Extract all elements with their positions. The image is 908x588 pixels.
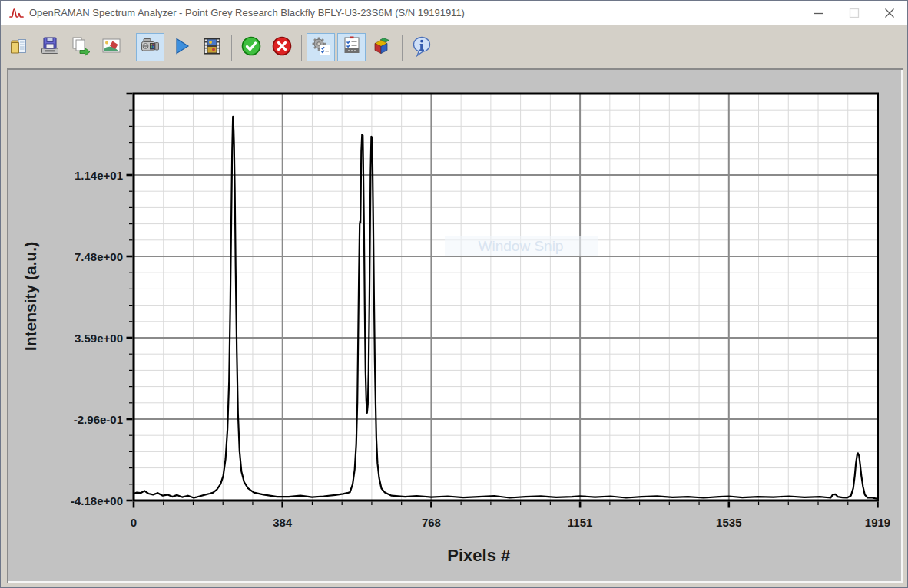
color-blocks-icon bbox=[372, 35, 393, 59]
save-button[interactable] bbox=[35, 33, 64, 61]
chart-panel: Window Snip0384768115115351919-4.18e+00-… bbox=[7, 68, 903, 583]
svg-text:-2.96e-01: -2.96e-01 bbox=[74, 413, 123, 426]
video-button[interactable] bbox=[197, 33, 226, 61]
info-balloon-icon bbox=[411, 35, 432, 59]
cancel-button[interactable] bbox=[267, 33, 296, 61]
open-button[interactable] bbox=[5, 33, 33, 61]
toolbar-separator bbox=[131, 35, 131, 61]
svg-text:384: 384 bbox=[273, 516, 293, 529]
close-button[interactable] bbox=[872, 1, 907, 25]
toolbar-separator bbox=[231, 35, 232, 61]
watermark: Window Snip bbox=[445, 236, 598, 256]
export-button[interactable] bbox=[66, 33, 94, 61]
gear-checklist-icon bbox=[310, 35, 332, 59]
window-controls bbox=[801, 1, 907, 25]
checklist-icon bbox=[341, 35, 363, 59]
spectrum-graph[interactable]: Window Snip0384768115115351919-4.18e+00-… bbox=[7, 68, 903, 583]
plot-area[interactable] bbox=[134, 94, 878, 500]
export-pages-icon bbox=[70, 35, 91, 59]
svg-text:1151: 1151 bbox=[568, 516, 593, 529]
toolbar-separator bbox=[301, 35, 302, 61]
info-button[interactable] bbox=[407, 33, 436, 61]
toolbar bbox=[1, 26, 907, 68]
camera-icon bbox=[140, 35, 161, 59]
processing-settings-button[interactable] bbox=[337, 33, 366, 61]
minimize-button[interactable] bbox=[801, 1, 837, 25]
titlebar: OpenRAMAN Spectrum Analyzer - Point Grey… bbox=[1, 1, 907, 25]
x-axis-label: Pixels # bbox=[447, 546, 510, 565]
svg-text:1919: 1919 bbox=[865, 516, 890, 529]
green-check-icon bbox=[240, 35, 262, 59]
play-button[interactable] bbox=[167, 33, 195, 61]
svg-text:1535: 1535 bbox=[716, 516, 741, 529]
maximize-button[interactable] bbox=[837, 1, 872, 25]
y-tick-labels: -4.18e+00-2.96e-013.59e+007.48e+001.14e+… bbox=[71, 169, 123, 507]
svg-text:-4.18e+00: -4.18e+00 bbox=[71, 494, 123, 507]
toolbar-separator bbox=[402, 35, 403, 61]
window-title: OpenRAMAN Spectrum Analyzer - Point Grey… bbox=[29, 7, 801, 18]
svg-text:7.48e+00: 7.48e+00 bbox=[75, 250, 123, 263]
play-icon bbox=[171, 35, 192, 59]
components-button[interactable] bbox=[368, 33, 396, 61]
acquisition-settings-button[interactable] bbox=[307, 33, 335, 61]
svg-text:0: 0 bbox=[131, 516, 137, 529]
save-image-button[interactable] bbox=[97, 33, 125, 61]
image-icon bbox=[101, 35, 122, 59]
svg-text:Window Snip: Window Snip bbox=[479, 238, 564, 254]
open-folder-icon bbox=[8, 35, 30, 59]
accept-button[interactable] bbox=[237, 33, 265, 61]
y-axis-label: Intensity (a.u.) bbox=[22, 242, 39, 351]
red-spectrum-trace-icon bbox=[8, 5, 24, 21]
x-tick-labels: 0384768115115351919 bbox=[131, 516, 890, 529]
camera-button[interactable] bbox=[136, 33, 164, 61]
svg-text:1.14e+01: 1.14e+01 bbox=[75, 169, 123, 182]
svg-text:768: 768 bbox=[422, 516, 441, 529]
openraman-window: { "window": { "title": "OpenRAMAN Spectr… bbox=[0, 0, 908, 588]
svg-text:3.59e+00: 3.59e+00 bbox=[75, 332, 123, 345]
film-strip-icon bbox=[201, 35, 223, 59]
red-cross-icon bbox=[271, 35, 293, 59]
save-floppy-icon bbox=[39, 35, 61, 59]
